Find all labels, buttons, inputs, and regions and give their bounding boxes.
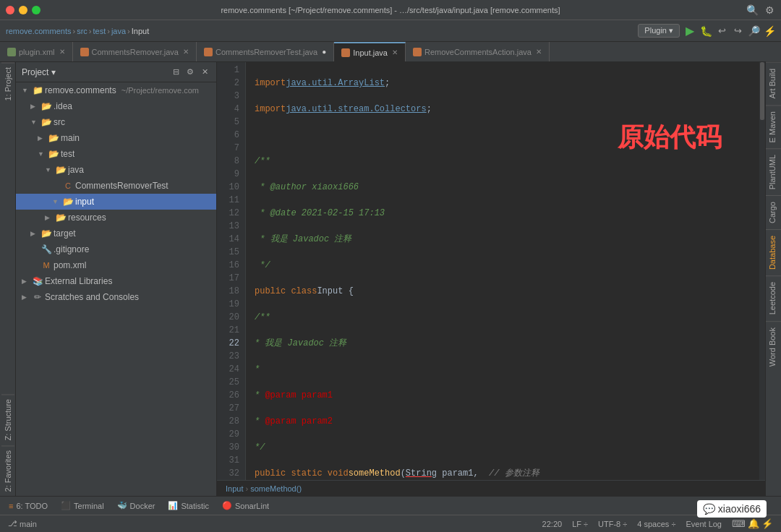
breadcrumb: remove.comments › src › test › java › In… — [6, 27, 149, 35]
tab-close-1[interactable]: ✕ — [183, 48, 189, 56]
nav-icon-4[interactable]: ⚡ — [764, 25, 775, 37]
sidebar-settings-btn[interactable]: ⚙ — [184, 66, 196, 78]
settings-icon[interactable]: ⚙ — [764, 4, 775, 16]
window-title: remove.comments [~/Project/remove.commen… — [221, 6, 560, 14]
structure-panel-label[interactable]: Z: Structure — [1, 394, 14, 445]
debug-icon[interactable]: 🐛 — [700, 25, 712, 37]
tree-item-pom[interactable]: M pom.xml — [16, 257, 216, 273]
search-icon[interactable]: 🔍 — [746, 4, 758, 16]
right-tab-plantuml[interactable]: PlantUML — [766, 148, 781, 195]
mini-scrollbar[interactable] — [759, 62, 765, 480]
status-right: 22:20 LF ÷ UTF-8 ÷ 4 spaces ÷ Event Log … — [540, 518, 775, 529]
code-line-6: * @date 2021-02-15 17:13 — [255, 207, 759, 220]
status-icon-2[interactable]: 🔔 — [748, 518, 759, 529]
tree-item-main[interactable]: ▶ 📂 main — [16, 130, 216, 146]
code-line-12: * — [255, 363, 759, 376]
scrollbar-thumb[interactable] — [760, 62, 764, 120]
sidebar-collapse-btn[interactable]: ⊟ — [170, 66, 182, 78]
status-event-log[interactable]: Event Log — [683, 520, 724, 528]
run-icon[interactable]: ▶ — [684, 25, 696, 37]
bottom-tab-statistic[interactable]: 📊 Statistic — [162, 499, 215, 512]
tab-close-4[interactable]: ✕ — [536, 48, 542, 56]
bottom-bar: ≡ 6: TODO ⬛ Terminal 🐳 Docker 📊 Statisti… — [0, 496, 781, 515]
code-line-8: */ — [255, 259, 759, 272]
breadcrumb-src[interactable]: src — [77, 27, 88, 35]
nav-icon-3[interactable]: 🔎 — [748, 25, 759, 37]
code-line-10: /** — [255, 311, 759, 324]
tab-close-3[interactable]: ✕ — [392, 48, 398, 56]
idea-icon: 📂 — [41, 101, 51, 111]
java-tab-icon-3 — [341, 48, 350, 57]
right-tab-database[interactable]: Database — [766, 229, 781, 275]
tab-comments-remover-test[interactable]: CommentsRemoverTest.java ● — [197, 42, 334, 61]
tree-item-resources[interactable]: ▶ 📂 resources — [16, 210, 216, 226]
tree-item-target[interactable]: ▶ 📂 target — [16, 226, 216, 241]
tree-item-comments-remover-test[interactable]: C CommentsRemoverTest — [16, 178, 216, 194]
status-position[interactable]: 22:20 — [540, 520, 565, 528]
bottom-tab-terminal[interactable]: ⬛ Terminal — [55, 499, 110, 512]
right-tab-art-build[interactable]: Art Build — [766, 62, 781, 105]
sonar-icon: 🔴 — [222, 501, 232, 510]
maximize-button[interactable] — [32, 6, 40, 14]
target-icon: 📂 — [41, 228, 51, 239]
sidebar: Project ▾ ⊟ ⚙ ✕ ▼ 📁 remove.comments ~/Pr… — [16, 62, 217, 496]
footer-method[interactable]: someMethod() — [250, 484, 302, 493]
status-lf[interactable]: LF ÷ — [570, 520, 590, 528]
favorites-panel-label[interactable]: 2: Favorites — [1, 445, 14, 496]
bottom-tab-sonar[interactable]: 🔴 SonarLint — [216, 499, 275, 512]
bottom-tab-docker[interactable]: 🐳 Docker — [111, 499, 161, 512]
tab-input-java[interactable]: Input.java ✕ — [334, 42, 406, 61]
code-line-7: * 我是 Javadoc 注释 — [255, 233, 759, 246]
bottom-tab-todo[interactable]: ≡ 6: TODO — [3, 499, 54, 512]
right-tab-maven[interactable]: E Maven — [766, 105, 781, 148]
java-tab-icon-1 — [80, 48, 89, 56]
sidebar-tree: ▼ 📁 remove.comments ~/Project/remove.com… — [16, 82, 216, 496]
tab-close-0[interactable]: ✕ — [59, 48, 65, 56]
tree-item-input[interactable]: ▼ 📂 input — [16, 194, 216, 210]
pom-icon: M — [41, 260, 51, 270]
nav-icon-1[interactable]: ↩ — [716, 25, 727, 37]
right-tab-cargo[interactable]: Cargo — [766, 195, 781, 229]
footer-class[interactable]: Input — [226, 484, 243, 493]
tree-item-java[interactable]: ▼ 📂 java — [16, 162, 216, 178]
status-icon-1[interactable]: ⌨ — [732, 518, 746, 529]
tree-item-gitignore[interactable]: 🔧 .gitignore — [16, 241, 216, 257]
minimize-button[interactable] — [19, 6, 27, 14]
libraries-icon: 📚 — [33, 276, 43, 286]
code-container[interactable]: 1 2 3 4 5 6 7 8 9 10 11 12 13 14 15 16 1… — [217, 62, 765, 480]
breadcrumb-test[interactable]: test — [93, 27, 106, 35]
project-panel-label[interactable]: 1: Project — [1, 62, 14, 105]
breadcrumb-project[interactable]: remove.comments — [6, 27, 71, 35]
java-folder-icon: 📂 — [56, 165, 66, 175]
plugin-button[interactable]: Plugin ▾ — [638, 24, 680, 38]
status-indent[interactable]: 4 spaces ÷ — [635, 520, 678, 528]
breadcrumb-java[interactable]: java — [111, 27, 126, 35]
right-panel-tabs: Art Build E Maven PlantUML Cargo Databas… — [765, 62, 781, 496]
status-icon-3[interactable]: ⚡ — [761, 518, 773, 529]
title-bar: remove.comments [~/Project/remove.commen… — [0, 0, 781, 20]
tree-item-root[interactable]: ▼ 📁 remove.comments ~/Project/remove.com — [16, 82, 216, 98]
nav-icon-2[interactable]: ↪ — [732, 25, 743, 37]
tree-item-test[interactable]: ▼ 📂 test — [16, 146, 216, 162]
breadcrumb-input[interactable]: Input — [132, 27, 149, 35]
left-labels: 1: Project Z: Structure 2: Favorites — [0, 62, 16, 496]
git-branch-icon: ⎇ — [8, 519, 17, 528]
tab-plugin-xml[interactable]: plugin.xml ✕ — [0, 42, 73, 61]
tab-close-2[interactable]: ● — [322, 48, 326, 56]
wechat-watermark: 💬 xiaoxi666 — [697, 500, 767, 518]
code-editor[interactable]: import java.util.ArrayList; import java.… — [246, 62, 759, 480]
tab-comments-remover[interactable]: CommentsRemover.java ✕ — [73, 42, 197, 61]
close-button[interactable] — [6, 6, 14, 14]
main-area: 1: Project Z: Structure 2: Favorites Pro… — [0, 62, 781, 496]
tree-item-idea[interactable]: ▶ 📂 .idea — [16, 98, 216, 114]
tree-item-scratches[interactable]: ▶ ✏ Scratches and Consoles — [16, 289, 216, 305]
right-tab-wordbook[interactable]: Word Book — [766, 321, 781, 372]
todo-icon: ≡ — [9, 502, 13, 510]
tab-remove-action[interactable]: RemoveCommentsAction.java ✕ — [406, 42, 550, 61]
sidebar-close-btn[interactable]: ✕ — [199, 66, 210, 78]
tree-item-src[interactable]: ▼ 📂 src — [16, 114, 216, 130]
status-charset[interactable]: UTF-8 ÷ — [596, 520, 629, 528]
status-git[interactable]: ⎇ main — [6, 519, 39, 528]
right-tab-leetcode[interactable]: Leetcode — [766, 275, 781, 320]
tree-item-ext-libs[interactable]: ▶ 📚 External Libraries — [16, 273, 216, 289]
